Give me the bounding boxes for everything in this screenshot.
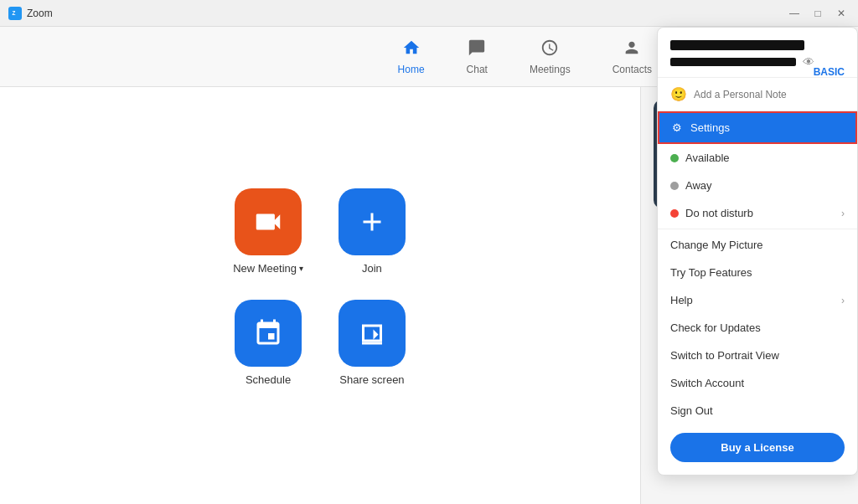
new-meeting-label: New Meeting ▾ bbox=[233, 262, 303, 275]
sign-out-item[interactable]: Sign Out bbox=[658, 397, 857, 424]
join-button[interactable] bbox=[339, 188, 406, 255]
app-logo: Z bbox=[8, 7, 22, 20]
tab-contacts[interactable]: Contacts bbox=[604, 34, 660, 80]
help-item[interactable]: Help › bbox=[658, 286, 857, 314]
available-dot bbox=[670, 154, 679, 162]
chat-icon bbox=[468, 39, 486, 61]
contacts-icon bbox=[623, 39, 641, 61]
help-chevron-icon: › bbox=[841, 295, 845, 306]
join-label: Join bbox=[362, 262, 382, 275]
schedule-item[interactable]: Schedule bbox=[233, 300, 303, 386]
titlebar: Z Zoom — □ ✕ bbox=[0, 0, 858, 27]
check-updates-item[interactable]: Check for Updates bbox=[658, 314, 857, 342]
switch-account-item[interactable]: Switch Account bbox=[658, 369, 857, 397]
personal-note-row[interactable]: 🙂 bbox=[658, 78, 857, 111]
tab-meetings[interactable]: Meetings bbox=[521, 34, 579, 80]
away-label: Away bbox=[685, 179, 712, 192]
divider-1 bbox=[658, 229, 857, 229]
switch-account-label: Switch Account bbox=[670, 377, 744, 389]
basic-badge: BASIC bbox=[814, 66, 845, 78]
portrait-view-label: Switch to Portrait View bbox=[670, 349, 779, 362]
schedule-button[interactable] bbox=[235, 300, 302, 367]
titlebar-left: Z Zoom bbox=[8, 7, 53, 20]
share-screen-button[interactable] bbox=[339, 300, 406, 367]
user-name-bar bbox=[670, 40, 804, 50]
dnd-label: Do not disturb bbox=[685, 207, 753, 219]
away-left: Away bbox=[670, 179, 712, 192]
portrait-view-item[interactable]: Switch to Portrait View bbox=[658, 342, 857, 369]
status-dnd[interactable]: Do not disturb › bbox=[658, 199, 857, 227]
dnd-chevron-icon: › bbox=[841, 208, 845, 219]
check-updates-label: Check for Updates bbox=[670, 321, 761, 334]
dropdown-arrow-icon: ▾ bbox=[299, 264, 303, 273]
change-picture-item[interactable]: Change My Picture bbox=[658, 231, 857, 259]
tab-home-label: Home bbox=[398, 64, 425, 75]
home-icon bbox=[402, 39, 421, 61]
new-meeting-item[interactable]: New Meeting ▾ bbox=[233, 188, 303, 275]
change-picture-label: Change My Picture bbox=[670, 239, 763, 251]
tab-chat-label: Chat bbox=[467, 64, 488, 75]
help-label: Help bbox=[670, 294, 693, 306]
top-features-item[interactable]: Try Top Features bbox=[658, 259, 857, 286]
dnd-left: Do not disturb bbox=[670, 207, 753, 219]
settings-gear-icon: ⚙ bbox=[672, 121, 682, 134]
settings-label: Settings bbox=[690, 121, 730, 134]
dnd-dot bbox=[670, 209, 679, 218]
share-screen-item[interactable]: Share screen bbox=[337, 300, 407, 386]
join-item[interactable]: Join bbox=[337, 188, 407, 275]
svg-text:Z: Z bbox=[13, 10, 16, 16]
settings-item[interactable]: ⚙ Settings bbox=[658, 111, 857, 144]
new-meeting-button[interactable] bbox=[235, 188, 302, 255]
dropdown-header: 👁 BASIC bbox=[658, 28, 857, 78]
emoji-icon: 🙂 bbox=[670, 86, 687, 102]
available-label: Available bbox=[685, 152, 730, 164]
app-title: Zoom bbox=[27, 8, 53, 19]
schedule-label: Schedule bbox=[246, 373, 291, 386]
tab-home[interactable]: Home bbox=[390, 34, 433, 80]
away-dot bbox=[670, 182, 679, 190]
status-available[interactable]: Available bbox=[658, 144, 857, 172]
buy-license-button[interactable]: Buy a License bbox=[670, 433, 845, 462]
minimize-button[interactable]: — bbox=[786, 5, 803, 22]
maximize-button[interactable]: □ bbox=[809, 5, 826, 22]
close-button[interactable]: ✕ bbox=[833, 5, 850, 22]
tab-meetings-label: Meetings bbox=[530, 64, 571, 75]
tab-chat[interactable]: Chat bbox=[458, 34, 496, 80]
status-away[interactable]: Away bbox=[658, 172, 857, 199]
action-grid: New Meeting ▾ Join bbox=[233, 188, 407, 386]
meetings-icon bbox=[540, 39, 559, 61]
user-email-bar bbox=[670, 58, 796, 66]
window-controls[interactable]: — □ ✕ bbox=[786, 5, 850, 22]
dropdown-menu: 👁 BASIC 🙂 ⚙ Settings Available Away Do n… bbox=[657, 27, 858, 476]
nav-tabs: Home Chat Meetings Contacts bbox=[390, 34, 660, 80]
tab-contacts-label: Contacts bbox=[612, 64, 652, 75]
left-panel: New Meeting ▾ Join bbox=[0, 87, 640, 504]
sign-out-label: Sign Out bbox=[670, 404, 713, 417]
top-features-label: Try Top Features bbox=[670, 266, 752, 279]
available-left: Available bbox=[670, 152, 730, 164]
share-screen-label: Share screen bbox=[339, 373, 404, 386]
personal-note-input[interactable] bbox=[694, 89, 845, 100]
